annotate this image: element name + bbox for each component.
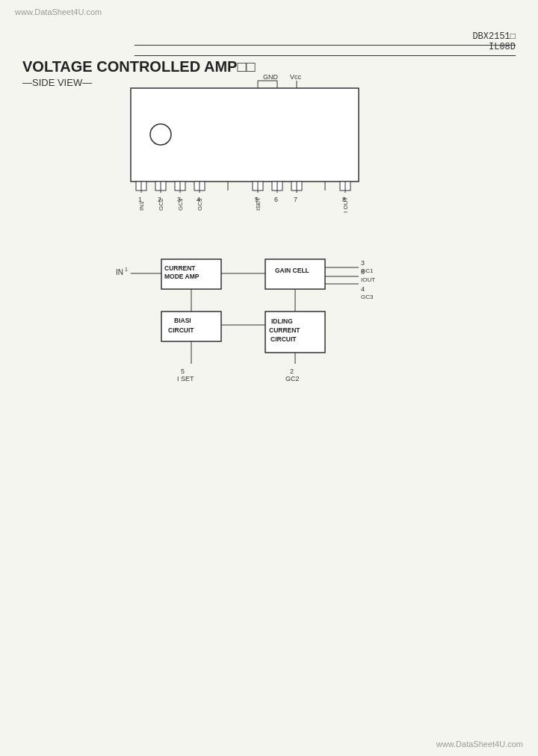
- svg-text:Vcc: Vcc: [290, 73, 302, 81]
- svg-rect-8: [194, 182, 205, 190]
- ref-line2: IL08D: [472, 42, 516, 52]
- svg-text:GC1: GC1: [361, 267, 374, 274]
- header-line-top: [134, 45, 516, 46]
- svg-rect-14: [291, 182, 302, 190]
- svg-rect-16: [340, 182, 350, 190]
- svg-text:3: 3: [361, 259, 365, 267]
- svg-text:8: 8: [361, 268, 365, 276]
- svg-text:6: 6: [274, 196, 278, 203]
- svg-text:2: 2: [158, 196, 161, 203]
- svg-rect-43: [161, 259, 221, 289]
- svg-rect-57: [265, 312, 325, 353]
- svg-text:1: 1: [138, 196, 142, 203]
- svg-rect-2: [136, 182, 146, 190]
- svg-text:BIASI: BIASI: [174, 317, 191, 324]
- svg-text:2: 2: [290, 368, 294, 375]
- ref-line1: DBX2151□: [472, 31, 516, 42]
- svg-text:CIRCUIT: CIRCUIT: [168, 326, 194, 334]
- svg-text:IOUT: IOUT: [361, 276, 375, 283]
- header-reference: DBX2151□ IL08D: [472, 31, 516, 52]
- svg-rect-4: [155, 182, 166, 190]
- svg-text:IN1: IN1: [138, 201, 145, 211]
- svg-rect-12: [272, 182, 282, 190]
- svg-text:4: 4: [197, 196, 200, 203]
- svg-text:I OUT: I OUT: [342, 197, 349, 213]
- svg-text:5: 5: [255, 196, 259, 203]
- svg-rect-0: [131, 88, 359, 182]
- watermark-top: www.DataSheet4U.com: [15, 7, 102, 16]
- main-title: VOLTAGE CONTROLLED AMP□□: [22, 58, 256, 75]
- svg-text:3: 3: [177, 196, 181, 203]
- svg-text:IN: IN: [116, 268, 123, 276]
- svg-text:IDLING: IDLING: [271, 317, 293, 325]
- svg-rect-10: [253, 182, 263, 190]
- svg-text:5: 5: [181, 368, 185, 375]
- svg-text:ISET: ISET: [255, 197, 262, 211]
- svg-text:8: 8: [342, 196, 346, 203]
- svg-text:GC2: GC2: [158, 198, 164, 211]
- svg-rect-6: [175, 182, 185, 190]
- svg-text:I SET: I SET: [177, 375, 194, 382]
- svg-text:GC3: GC3: [197, 198, 203, 211]
- page: www.DataSheet4U.com www.DataSheet4U.com …: [0, 0, 538, 756]
- svg-text:GAIN CELL: GAIN CELL: [275, 267, 309, 274]
- svg-text:1: 1: [125, 267, 128, 272]
- svg-text:CIRCUIT: CIRCUIT: [270, 335, 297, 343]
- svg-rect-54: [265, 259, 325, 289]
- svg-text:GND: GND: [263, 73, 279, 81]
- svg-text:GC1: GC1: [177, 198, 184, 211]
- title-area: VOLTAGE CONTROLLED AMP□□ —SIDE VIEW—: [22, 58, 256, 88]
- svg-text:4: 4: [361, 285, 365, 293]
- sub-title: —SIDE VIEW—: [22, 77, 256, 88]
- svg-text:MODE AMP: MODE AMP: [164, 273, 200, 280]
- svg-text:CURRENT: CURRENT: [269, 326, 300, 334]
- svg-text:CURRENT: CURRENT: [164, 264, 196, 272]
- svg-text:GC3: GC3: [361, 294, 374, 300]
- svg-text:GC2: GC2: [285, 375, 300, 382]
- svg-rect-47: [161, 312, 221, 341]
- watermark-bottom: www.DataSheet4U.com: [436, 740, 523, 749]
- svg-text:7: 7: [294, 196, 297, 203]
- header-line-bottom: [134, 55, 516, 56]
- svg-point-1: [150, 124, 171, 145]
